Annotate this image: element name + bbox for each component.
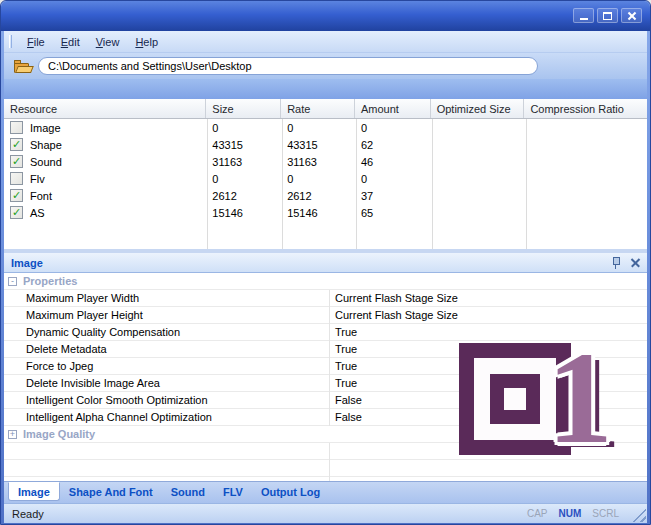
panel-header: Image — [4, 253, 647, 273]
table-row-image[interactable]: Image 0 0 0 — [4, 119, 647, 136]
property-group-properties[interactable]: - Properties — [4, 273, 647, 290]
tab-flv[interactable]: FLV — [214, 482, 252, 502]
table-row-as[interactable]: ✓AS 15146 15146 65 — [4, 204, 647, 221]
toolbar-spacer — [4, 79, 647, 99]
property-row[interactable]: Intelligent Alpha Channel Optimization F… — [4, 409, 647, 426]
tab-bar: Image Shape And Font Sound FLV Output Lo… — [4, 481, 647, 503]
close-button[interactable] — [621, 8, 642, 23]
property-group-image-quality[interactable]: + Image Quality — [4, 426, 647, 443]
menu-file[interactable]: File — [19, 33, 53, 51]
panel-close-icon[interactable] — [631, 258, 640, 267]
check-icon: ✓ — [12, 207, 21, 218]
property-name: Delete Metadata — [4, 341, 329, 357]
property-row[interactable]: Dynamic Quality Compensation True — [4, 324, 647, 341]
property-value[interactable]: False — [329, 409, 647, 425]
cell-amount: 46 — [355, 153, 431, 170]
property-row[interactable]: Maximum Player Width Current Flash Stage… — [4, 290, 647, 307]
pin-icon[interactable] — [611, 256, 621, 269]
minimize-button[interactable] — [573, 8, 594, 23]
resource-name: Font — [30, 190, 52, 202]
tab-sound[interactable]: Sound — [162, 482, 214, 502]
resource-name: Shape — [30, 139, 62, 151]
column-header-rate[interactable]: Rate — [281, 99, 355, 118]
property-value[interactable]: True — [329, 341, 647, 357]
tab-output-log[interactable]: Output Log — [252, 482, 329, 502]
cell-amount: 0 — [355, 170, 431, 187]
property-value[interactable]: False — [329, 392, 647, 408]
checkbox-sound[interactable]: ✓ — [10, 155, 23, 168]
property-row[interactable]: Delete Metadata True — [4, 341, 647, 358]
path-input[interactable]: C:\Documents and Settings\User\Desktop — [38, 57, 538, 75]
tab-shape-and-font[interactable]: Shape And Font — [60, 482, 162, 502]
cell-rate: 31163 — [281, 153, 355, 170]
resource-table: Resource Size Rate Amount Optimized Size… — [4, 99, 647, 249]
resource-name: Sound — [30, 156, 62, 168]
menu-help[interactable]: Help — [127, 33, 166, 51]
titlebar[interactable] — [1, 1, 650, 31]
tab-image[interactable]: Image — [8, 482, 60, 501]
menu-file-label: ile — [34, 36, 45, 48]
cell-rate: 2612 — [281, 187, 355, 204]
cell-size: 15146 — [206, 204, 281, 221]
empty-row — [4, 460, 647, 477]
menu-edit[interactable]: Edit — [53, 33, 88, 51]
column-header-resource[interactable]: Resource — [4, 99, 206, 118]
menubar-gripper[interactable] — [9, 35, 12, 48]
collapse-icon[interactable]: - — [8, 277, 17, 286]
maximize-button[interactable] — [597, 8, 618, 23]
property-row[interactable]: Maximum Player Height Current Flash Stag… — [4, 307, 647, 324]
property-value[interactable]: Current Flash Stage Size — [329, 307, 647, 323]
property-row[interactable]: Delete Invisible Image Area True — [4, 375, 647, 392]
menu-view[interactable]: View — [88, 33, 128, 51]
checkbox-flv[interactable] — [10, 172, 23, 185]
resize-grip[interactable] — [632, 508, 646, 522]
cell-amount: 0 — [355, 119, 431, 136]
property-name: Maximum Player Height — [4, 307, 329, 323]
property-row[interactable]: Force to Jpeg True — [4, 358, 647, 375]
cell-optimized-size — [431, 153, 525, 170]
num-lock-indicator: NUM — [559, 508, 582, 519]
checkbox-font[interactable]: ✓ — [10, 189, 23, 202]
group-label: Properties — [23, 275, 77, 287]
property-name: Intelligent Color Smooth Optimization — [4, 392, 329, 408]
statusbar: Ready CAP NUM SCRL — [4, 503, 647, 523]
check-icon: ✓ — [12, 156, 21, 167]
cell-size: 43315 — [206, 136, 281, 153]
cell-amount: 62 — [355, 136, 431, 153]
menu-file-hotkey: F — [27, 36, 34, 48]
cell-optimized-size — [431, 170, 525, 187]
column-header-amount[interactable]: Amount — [355, 99, 431, 118]
cell-optimized-size — [431, 187, 525, 204]
window-controls — [573, 8, 642, 23]
maximize-icon — [603, 12, 612, 20]
property-name: Intelligent Alpha Channel Optimization — [4, 409, 329, 425]
table-row-flv[interactable]: Flv 0 0 0 — [4, 170, 647, 187]
checkbox-shape[interactable]: ✓ — [10, 138, 23, 151]
column-header-size[interactable]: Size — [206, 99, 281, 118]
cell-amount: 65 — [355, 204, 431, 221]
open-folder-button[interactable] — [10, 56, 34, 76]
property-grid-divider[interactable] — [329, 273, 330, 481]
empty-row — [4, 443, 647, 460]
cell-rate: 43315 — [281, 136, 355, 153]
property-value[interactable]: True — [329, 358, 647, 374]
table-row-sound[interactable]: ✓Sound 31163 31163 46 — [4, 153, 647, 170]
table-row-shape[interactable]: ✓Shape 43315 43315 62 — [4, 136, 647, 153]
status-indicators: CAP NUM SCRL — [527, 508, 619, 519]
check-icon: ✓ — [12, 190, 21, 201]
property-value[interactable]: True — [329, 324, 647, 340]
cell-rate: 0 — [281, 119, 355, 136]
column-header-optimized-size[interactable]: Optimized Size — [431, 99, 525, 118]
expand-icon[interactable]: + — [8, 430, 17, 439]
property-name: Delete Invisible Image Area — [4, 375, 329, 391]
property-value[interactable]: Current Flash Stage Size — [329, 290, 647, 306]
checkbox-image[interactable] — [10, 121, 23, 134]
property-value[interactable]: True — [329, 375, 647, 391]
column-header-compression-ratio[interactable]: Compression Ratio — [524, 99, 647, 118]
table-row-font[interactable]: ✓Font 2612 2612 37 — [4, 187, 647, 204]
property-row[interactable]: Intelligent Color Smooth Optimization Fa… — [4, 392, 647, 409]
menu-edit-hotkey: E — [61, 36, 68, 48]
scroll-lock-indicator: SCRL — [592, 508, 619, 519]
toolbar: C:\Documents and Settings\User\Desktop — [4, 53, 647, 79]
checkbox-as[interactable]: ✓ — [10, 206, 23, 219]
